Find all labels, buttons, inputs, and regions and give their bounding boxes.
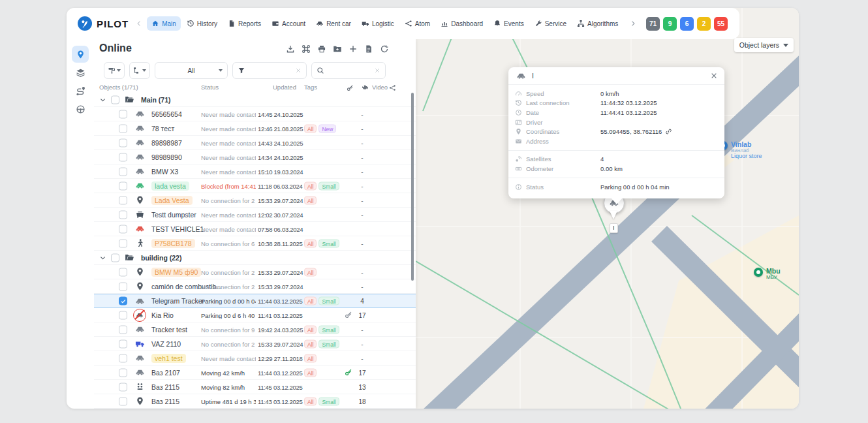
row-checkbox[interactable] xyxy=(119,239,127,247)
object-row[interactable]: Tracker testNo connection for 9 months19… xyxy=(94,322,416,337)
nav-item-rent-car[interactable]: Rent car xyxy=(311,16,356,31)
counter-badge[interactable]: 6 xyxy=(680,17,694,31)
object-row[interactable]: Ваз 2115Moving 82 km/h11:45 03.12.202513 xyxy=(94,380,416,394)
nav-item-reports[interactable]: Reports xyxy=(223,16,266,31)
object-row[interactable]: 56565654Never made contact14:45 24.10.20… xyxy=(94,107,416,121)
row-checkbox[interactable] xyxy=(119,282,127,290)
column-objects[interactable]: Objects (1/71) xyxy=(99,84,138,91)
counter-badge[interactable]: 55 xyxy=(714,17,728,31)
command-icon[interactable] xyxy=(302,44,311,54)
add-folder-icon[interactable] xyxy=(333,44,342,54)
nav-item-waybills[interactable]: Waybills xyxy=(624,16,625,31)
row-checkbox[interactable] xyxy=(119,325,127,334)
row-checkbox[interactable] xyxy=(119,225,127,233)
row-checkbox[interactable] xyxy=(119,196,127,204)
scrollbar[interactable] xyxy=(411,93,414,281)
column-updated[interactable]: Updated xyxy=(273,84,296,91)
download-icon[interactable] xyxy=(286,44,295,54)
row-checkbox[interactable] xyxy=(119,153,127,161)
object-row[interactable]: TEST VEHICLE1Never made contact07:58 06.… xyxy=(94,222,416,236)
counter-badge[interactable]: 71 xyxy=(646,17,660,31)
tag-filter-input[interactable] xyxy=(232,62,307,79)
rail-steering-wheel-icon[interactable] xyxy=(72,101,89,118)
object-row[interactable]: 89898987Never made contact14:43 24.10.20… xyxy=(94,136,416,150)
expand-chevron-icon[interactable] xyxy=(99,96,106,103)
object-row[interactable]: Ваз 2115Uptime 481 d 19 h 32 min11:43 03… xyxy=(94,394,416,409)
column-video[interactable]: Video xyxy=(372,84,388,91)
row-checkbox[interactable] xyxy=(119,383,127,391)
group-row[interactable]: Main (71) xyxy=(94,93,416,107)
key-column-icon[interactable] xyxy=(347,84,354,91)
group-select[interactable]: All xyxy=(155,62,228,79)
brand-logo[interactable]: PILOT xyxy=(77,16,129,31)
row-checkbox[interactable] xyxy=(119,124,127,133)
add-icon[interactable] xyxy=(349,44,358,54)
nav-item-events[interactable]: Events xyxy=(489,16,529,31)
clear-filter-icon[interactable] xyxy=(295,67,302,74)
nav-collapse-chevron-icon[interactable] xyxy=(135,20,143,27)
rail-routes-icon[interactable] xyxy=(72,82,89,99)
object-layers-button[interactable]: Object layers xyxy=(734,38,794,52)
close-icon[interactable] xyxy=(710,72,718,80)
counter-badge[interactable]: 9 xyxy=(663,17,677,31)
poi-mbu[interactable]: Mbu МБУ xyxy=(754,268,781,280)
nav-item-main[interactable]: Main xyxy=(147,16,181,31)
nav-item-dashboard[interactable]: Dashboard xyxy=(436,16,488,31)
row-checkbox[interactable] xyxy=(119,210,127,219)
nav-item-logistic[interactable]: Logistic xyxy=(357,16,399,31)
nav-item-algorithms[interactable]: Algorithms xyxy=(572,16,623,31)
copy-link-icon[interactable] xyxy=(665,128,672,135)
refresh-icon[interactable] xyxy=(380,44,389,54)
row-checkbox[interactable] xyxy=(119,311,127,319)
nav-item-account[interactable]: Account xyxy=(267,16,310,31)
object-row[interactable]: 98989890Never made contact14:34 24.10.20… xyxy=(94,150,416,164)
row-checkbox[interactable] xyxy=(111,253,119,262)
row-checkbox[interactable] xyxy=(119,397,127,405)
popup-field-date: Date11:44:41 03.12.2025 xyxy=(508,108,724,118)
row-checkbox[interactable] xyxy=(119,138,127,147)
row-checkbox[interactable] xyxy=(119,297,127,306)
atom-column-icon[interactable] xyxy=(389,84,396,91)
row-checkbox[interactable] xyxy=(119,339,127,348)
object-row[interactable]: BMW X3Never made contact15:10 19.03.2024… xyxy=(94,164,416,179)
expand-chevron-icon[interactable] xyxy=(99,254,106,261)
row-checkbox[interactable] xyxy=(111,95,119,104)
nav-item-atom[interactable]: Atom xyxy=(400,16,435,31)
row-checkbox[interactable] xyxy=(119,181,127,190)
object-row[interactable]: veh1 testNever made contact12:29 27.11.2… xyxy=(94,351,416,366)
object-row[interactable]: Kia RioParking 00 d 6 h 40 min11:41 03.1… xyxy=(94,308,416,322)
engine-column-icon[interactable] xyxy=(362,84,369,91)
object-row[interactable]: BMW M5 ф90No connection for 2 years15:33… xyxy=(94,265,416,279)
group-view-button[interactable] xyxy=(129,62,150,79)
search-input[interactable] xyxy=(311,62,386,79)
column-tags[interactable]: Tags xyxy=(304,84,317,91)
row-checkbox[interactable] xyxy=(119,110,127,118)
poi-vinlab[interactable]: Vinlab Винлаб Liquor store xyxy=(719,141,762,160)
counter-badge[interactable]: 2 xyxy=(697,17,711,31)
row-checkbox[interactable] xyxy=(119,268,127,276)
row-checkbox[interactable] xyxy=(119,354,127,362)
nav-overflow-chevron-icon[interactable] xyxy=(629,20,637,27)
object-row[interactable]: Testt dumpsterNever made contact12:02 30… xyxy=(94,208,416,222)
group-row[interactable]: building (22) xyxy=(94,251,416,265)
object-row[interactable]: P758CB178No connection for 6 days10:38 2… xyxy=(94,236,416,251)
print-icon[interactable] xyxy=(317,44,326,54)
object-row[interactable]: camión de combustib...No connection for … xyxy=(94,279,416,294)
object-row[interactable]: Ваз 2107Moving 42 km/h11:44 03.12.2025Al… xyxy=(94,366,416,380)
row-checkbox[interactable] xyxy=(119,368,127,377)
object-row[interactable]: Telegram TrackerParking 00 d 00 h 04 min… xyxy=(94,294,416,308)
rail-map-pin-icon[interactable] xyxy=(72,46,89,63)
nav-item-service[interactable]: Service xyxy=(530,16,571,31)
color-filter-button[interactable] xyxy=(104,62,125,79)
object-row[interactable]: 78 тестNever made contact12:46 21.08.202… xyxy=(94,121,416,136)
row-checkbox[interactable] xyxy=(119,167,127,176)
map[interactable]: Vinlab Винлаб Liquor store Mbu МБУ I I xyxy=(416,8,799,409)
object-row[interactable]: VAZ 2110No connection for 2 years15:33 2… xyxy=(94,337,416,351)
object-row[interactable]: lada vestaBlocked (from 14:41:14 1111:18… xyxy=(94,179,416,193)
clear-search-icon[interactable] xyxy=(374,67,380,74)
object-row[interactable]: Lada VestaNo connection for 2 years15:33… xyxy=(94,193,416,208)
column-status[interactable]: Status xyxy=(201,84,219,91)
nav-item-history[interactable]: History xyxy=(182,16,222,31)
rail-layers-icon[interactable] xyxy=(72,64,89,81)
document-icon[interactable] xyxy=(364,44,373,54)
